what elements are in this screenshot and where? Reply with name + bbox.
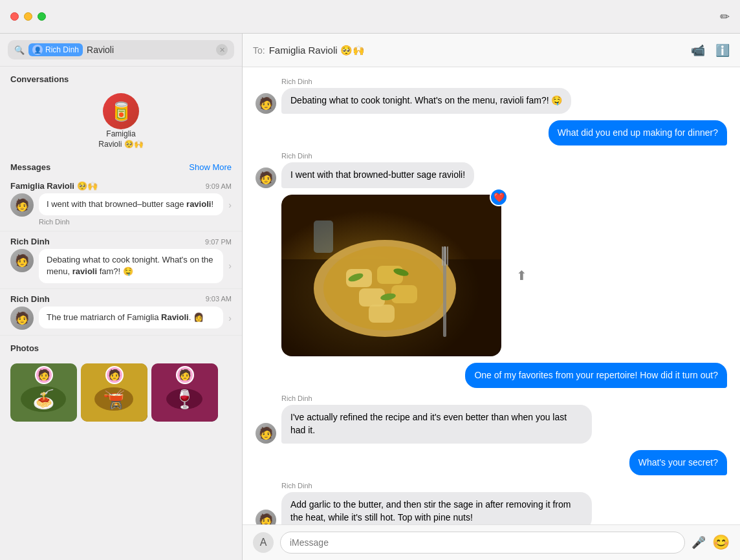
svg-rect-24 (447, 246, 448, 266)
bubble-avatar-m3: 🧑 (256, 167, 276, 188)
msg-avatar-1: 🧑 (10, 193, 34, 217)
search-field[interactable]: 🔍 👤 Rich Dinh Ravioli ✕ (8, 40, 234, 59)
svg-text:🫕: 🫕 (103, 389, 125, 410)
search-clear-button[interactable]: ✕ (216, 44, 228, 56)
message-group-m8: Rich Dinh 🧑 Add garlic to the butter, an… (256, 482, 727, 524)
traffic-lights (10, 12, 46, 21)
bubble-m7: What's your secret? (629, 450, 727, 476)
svg-rect-16 (391, 285, 417, 303)
message-result-3[interactable]: Rich Dinh 9:03 AM 🧑 The true matriarch o… (0, 289, 242, 336)
messages-header: Messages Show More (0, 157, 242, 176)
messages-body: Rich Dinh 🧑 Debating what to cook tonigh… (243, 67, 740, 524)
conversation-avatar: 🥫 (103, 93, 139, 129)
photos-grid: 🍝 🧑 🫕 🧑 🍷 (10, 363, 232, 422)
emoji-button[interactable]: 😊 (712, 534, 730, 551)
photo-thumb-3[interactable]: 🍷 🧑 (151, 363, 218, 422)
chat-recipient: Famiglia Ravioli 🥺🙌 (269, 45, 365, 56)
photo-avatar-3: 🧑 (176, 366, 194, 384)
msg-avatar-3: 🧑 (10, 307, 34, 330)
audio-button[interactable]: 🎤 (691, 535, 706, 550)
bubble-row-m2: What did you end up making for dinner? (256, 120, 727, 146)
photo-avatar-1: 🧑 (35, 366, 53, 384)
share-button-m4[interactable]: ⬆ (516, 268, 527, 283)
msg-sender-1: Rich Dinh (39, 218, 232, 226)
reaction-badge-m4: ❤️ (490, 188, 508, 206)
bubble-row-m3: 🧑 I went with that browned-butter sage r… (256, 162, 727, 188)
svg-text:🍝: 🍝 (32, 389, 55, 410)
image-bubble-m4: ❤️ ⬆ (281, 195, 501, 356)
info-icon[interactable]: ℹ️ (715, 43, 730, 58)
sender-label-m3: Rich Dinh (281, 152, 727, 160)
message-group-m3: Rich Dinh 🧑 I went with that browned-but… (256, 152, 727, 188)
chip-avatar: 👤 (32, 45, 43, 55)
svg-rect-25 (314, 221, 333, 253)
msg-chevron-3: › (228, 313, 232, 323)
chat-header: To: Famiglia Ravioli 🥺🙌 📹 ℹ️ (243, 34, 740, 67)
search-icon: 🔍 (14, 45, 25, 55)
photo-thumb-1[interactable]: 🍝 🧑 (10, 363, 77, 422)
sender-label-m8: Rich Dinh (281, 482, 727, 490)
msg-time-3: 9:03 AM (206, 295, 232, 303)
msg-group-1: Famiglia Ravioli 🥺🙌 (10, 181, 98, 191)
fullscreen-button[interactable] (38, 12, 46, 21)
bubble-row-m4: ❤️ ⬆ (256, 195, 727, 356)
bubble-row-m8: 🧑 Add garlic to the butter, and then sti… (256, 492, 727, 524)
bubble-m5: One of my favorites from your repertoire… (465, 363, 727, 389)
msg-avatar-2: 🧑 (10, 249, 34, 272)
svg-text:🍷: 🍷 (173, 389, 196, 410)
bubble-m3: I went with that browned-butter sage rav… (281, 162, 474, 188)
photo-avatar-2: 🧑 (105, 366, 124, 384)
chat-area: To: Famiglia Ravioli 🥺🙌 📹 ℹ️ Rich Dinh 🧑… (243, 34, 740, 560)
bubble-m1: Debating what to cook tonight. What's on… (281, 88, 571, 114)
compose-button[interactable]: ✏ (720, 10, 730, 24)
photos-section-title: Photos (10, 343, 232, 358)
messages-section-title: Messages (10, 162, 50, 172)
bubble-row-m1: 🧑 Debating what to cook tonight. What's … (256, 88, 727, 114)
chip-label: Rich Dinh (45, 45, 79, 54)
search-query: Ravioli (87, 45, 212, 55)
bubble-m2: What did you end up making for dinner? (549, 120, 727, 146)
msg-sender-label-2: Rich Dinh (10, 237, 50, 246)
bubble-avatar-m1: 🧑 (256, 93, 276, 114)
msg-sender-label-3: Rich Dinh (10, 294, 50, 304)
msg-chevron-1: › (228, 200, 232, 210)
sender-label-m1: Rich Dinh (281, 78, 727, 85)
photos-section: Photos 🍝 🧑 🫕 🧑 (0, 336, 242, 429)
app-store-button[interactable]: A (253, 532, 274, 553)
to-label: To: (253, 45, 265, 56)
close-button[interactable] (10, 12, 19, 21)
message-group-m1: Rich Dinh 🧑 Debating what to cook tonigh… (256, 78, 727, 114)
msg-preview-3: The true matriarch of Famiglia Ravioli. … (39, 307, 223, 328)
minimize-button[interactable] (24, 12, 32, 21)
sender-label-m6: Rich Dinh (281, 394, 727, 402)
message-result-1[interactable]: Famiglia Ravioli 🥺🙌 9:09 AM 🧑 I went wit… (0, 176, 242, 232)
chat-actions: 📹 ℹ️ (691, 43, 730, 58)
show-more-button[interactable]: Show More (189, 162, 232, 172)
svg-rect-23 (444, 246, 446, 266)
conversation-item-famiglia[interactable]: 🥫 FamigliaRavioli 🥺🙌 (0, 88, 242, 157)
msg-preview-1: I went with that browned–butter sage rav… (39, 193, 223, 215)
bubble-m6: I've actually refined the recipe and it'… (281, 405, 592, 443)
message-group-m6: Rich Dinh 🧑 I've actually refined the re… (256, 394, 727, 443)
svg-rect-22 (442, 246, 443, 266)
bubble-row-m6: 🧑 I've actually refined the recipe and i… (256, 405, 727, 443)
chat-input-area: A 🎤 😊 (243, 524, 740, 560)
messages-section: Messages Show More Famiglia Ravioli 🥺🙌 9… (0, 157, 242, 335)
search-chip-person[interactable]: 👤 Rich Dinh (28, 43, 83, 56)
msg-chevron-2: › (228, 261, 232, 271)
search-bar: 🔍 👤 Rich Dinh Ravioli ✕ (0, 34, 242, 67)
conversations-section-title: Conversations (0, 67, 242, 88)
bubble-row-m5: One of my favorites from your repertoire… (256, 363, 727, 389)
bubble-row-m7: What's your secret? (256, 450, 727, 476)
message-result-2[interactable]: Rich Dinh 9:07 PM 🧑 Debating what to coo… (0, 232, 242, 288)
sidebar: 🔍 👤 Rich Dinh Ravioli ✕ Conversations 🥫 … (0, 34, 243, 560)
message-input[interactable] (280, 532, 685, 554)
svg-rect-17 (369, 305, 395, 323)
conversation-name: FamigliaRavioli 🥺🙌 (98, 129, 143, 149)
bubble-avatar-m6: 🧑 (256, 423, 276, 444)
msg-time-2: 9:07 PM (205, 238, 232, 246)
photo-thumb-2[interactable]: 🫕 🧑 (81, 363, 147, 422)
title-bar: ✏ (0, 0, 740, 34)
facetime-icon[interactable]: 📹 (691, 43, 705, 58)
msg-preview-2: Debating what to cook tonight. What's on… (39, 249, 223, 283)
